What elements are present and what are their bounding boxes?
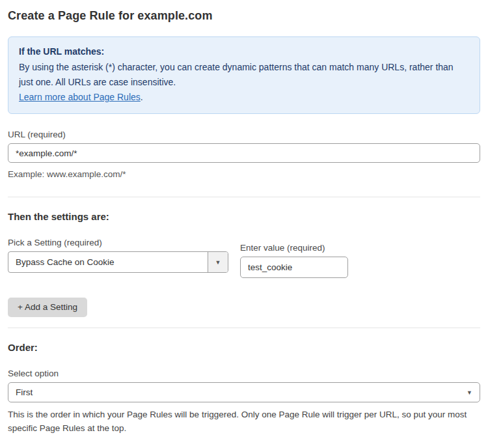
divider-after-url [8, 197, 480, 197]
setting-value-label: Enter value (required) [240, 243, 348, 253]
settings-section-heading: Then the settings are: [8, 211, 480, 222]
url-match-info-box: If the URL matches: By using the asteris… [8, 36, 480, 114]
settings-row: Pick a Setting (required) Bypass Cache o… [8, 222, 480, 278]
order-select-label: Select option [8, 369, 480, 378]
add-setting-button[interactable]: + Add a Setting [8, 298, 87, 317]
link-period: . [141, 92, 143, 102]
setting-value-column: Enter value (required) [240, 227, 348, 278]
order-select[interactable]: First ▼ [8, 382, 480, 402]
order-section-heading: Order: [8, 342, 480, 353]
page-title: Create a Page Rule for example.com [8, 9, 480, 23]
order-select-value: First [16, 387, 33, 397]
setting-select-value: Bypass Cache on Cookie [8, 252, 208, 272]
info-box-body: By using the asterisk (*) character, you… [19, 60, 469, 90]
chevron-down-icon: ▼ [215, 259, 221, 266]
learn-more-link[interactable]: Learn more about Page Rules [19, 92, 141, 102]
add-setting-wrap: + Add a Setting [8, 298, 480, 317]
url-example-text: Example: www.example.com/* [8, 167, 480, 181]
info-box-heading: If the URL matches: [19, 44, 469, 59]
chevron-down-icon: ▼ [467, 389, 472, 396]
setting-select-arrow-button[interactable]: ▼ [208, 252, 228, 272]
url-input[interactable] [8, 143, 480, 163]
info-box-link-line: Learn more about Page Rules. [19, 90, 469, 105]
setting-value-input[interactable] [240, 257, 348, 278]
url-field-label: URL (required) [8, 130, 480, 139]
page-rule-form: Create a Page Rule for example.com If th… [0, 0, 488, 448]
setting-picker-label: Pick a Setting (required) [8, 238, 228, 247]
order-help-text: This is the order in which your Page Rul… [8, 408, 476, 435]
setting-picker-column: Pick a Setting (required) Bypass Cache o… [8, 222, 228, 273]
setting-select[interactable]: Bypass Cache on Cookie ▼ [8, 251, 228, 273]
divider-after-settings [8, 328, 480, 328]
